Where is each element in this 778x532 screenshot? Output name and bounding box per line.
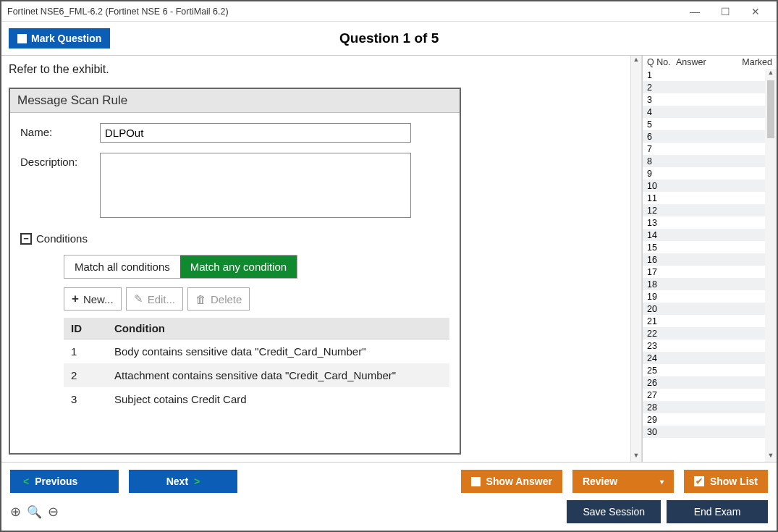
show-answer-button[interactable]: Show Answer — [461, 470, 562, 493]
close-icon[interactable]: ✕ — [740, 2, 771, 21]
delete-button[interactable]: 🗑 Delete — [187, 287, 250, 311]
description-label: Description: — [20, 153, 100, 168]
col-marked: Marked — [736, 57, 772, 67]
list-item[interactable]: 11 — [643, 192, 765, 204]
show-list-button[interactable]: ✔ Show List — [684, 470, 768, 493]
col-condition: Condition — [107, 318, 449, 339]
mark-question-button[interactable]: Mark Question — [9, 28, 110, 48]
scroll-thumb[interactable] — [767, 80, 774, 138]
description-input[interactable] — [100, 153, 411, 218]
cell-condition: Attachment contains sensitive data "Cred… — [107, 363, 449, 387]
list-item[interactable]: 12 — [643, 204, 765, 216]
table-row[interactable]: 1Body contains sensitive data "Credit_Ca… — [64, 339, 449, 364]
cell-id: 3 — [64, 387, 107, 411]
list-item[interactable]: 20 — [643, 303, 765, 315]
header-row: Mark Question Question 1 of 5 — [1, 22, 777, 55]
question-area: Refer to the exhibit. Message Scan Rule … — [1, 56, 630, 462]
scroll-down-icon[interactable]: ▼ — [633, 452, 640, 462]
list-item[interactable]: 13 — [643, 216, 765, 229]
exhibit-panel: Message Scan Rule Name: Description: − C… — [9, 88, 461, 455]
cell-condition: Body contains sensitive data "Credit_Car… — [107, 339, 449, 364]
app-window: Fortinet NSE6_FML-6.2 (Fortinet NSE 6 - … — [0, 0, 778, 532]
name-input[interactable] — [100, 123, 411, 143]
cell-condition: Subject cotains Credit Card — [107, 387, 449, 411]
chevron-right-icon: > — [194, 476, 200, 487]
list-item[interactable]: 17 — [643, 266, 765, 278]
list-item[interactable]: 14 — [643, 229, 765, 241]
exhibit-body: Name: Description: − Conditions Match al… — [10, 113, 460, 411]
name-label: Name: — [20, 123, 100, 138]
list-item[interactable]: 28 — [643, 401, 765, 413]
list-item[interactable]: 23 — [643, 339, 765, 352]
collapse-icon[interactable]: − — [20, 233, 32, 245]
trash-icon: 🗑 — [195, 293, 206, 305]
list-item[interactable]: 2 — [643, 81, 765, 93]
save-session-button[interactable]: Save Session — [567, 500, 661, 523]
tab-match-all[interactable]: Match all conditions — [64, 256, 180, 278]
checkbox-icon — [17, 34, 27, 43]
edit-button[interactable]: ✎ Edit... — [126, 287, 183, 311]
list-item[interactable]: 4 — [643, 106, 765, 118]
maximize-icon[interactable]: ☐ — [710, 2, 740, 21]
end-exam-button[interactable]: End Exam — [667, 500, 768, 523]
list-item[interactable]: 19 — [643, 290, 765, 303]
list-item[interactable]: 18 — [643, 278, 765, 290]
edit-icon: ✎ — [134, 292, 143, 305]
list-item[interactable]: 15 — [643, 241, 765, 253]
scroll-up-icon[interactable]: ▲ — [633, 56, 640, 66]
checkbox-icon — [471, 477, 481, 486]
question-list-header: Q No. Answer Marked — [643, 56, 777, 69]
minimize-icon[interactable]: — — [680, 2, 710, 21]
list-item[interactable]: 22 — [643, 327, 765, 339]
conditions-table: ID Condition 1Body contains sensitive da… — [64, 318, 449, 411]
zoom-in-icon[interactable]: ⊕ — [10, 504, 21, 520]
list-item[interactable]: 21 — [643, 315, 765, 327]
list-item[interactable]: 30 — [643, 426, 765, 438]
question-header: Question 1 of 5 — [110, 30, 668, 46]
tab-match-any[interactable]: Match any condition — [180, 256, 297, 278]
exhibit-title: Message Scan Rule — [10, 89, 460, 113]
list-item[interactable]: 27 — [643, 389, 765, 401]
review-button[interactable]: Review ▾ — [572, 470, 674, 493]
list-item[interactable]: 25 — [643, 364, 765, 376]
list-item[interactable]: 1 — [643, 69, 765, 81]
conditions-label: Conditions — [36, 232, 88, 245]
list-item[interactable]: 5 — [643, 118, 765, 130]
list-item[interactable]: 3 — [643, 93, 765, 106]
list-item[interactable]: 26 — [643, 376, 765, 389]
footer: < Previous Next > Show Answer Review ▾ ✔… — [1, 463, 777, 531]
scroll-up-icon[interactable]: ▲ — [768, 69, 774, 79]
list-item[interactable]: 16 — [643, 253, 765, 266]
list-item[interactable]: 24 — [643, 352, 765, 364]
question-list: 1234567891011121314151617181920212223242… — [643, 69, 765, 462]
scroll-down-icon[interactable]: ▼ — [768, 452, 774, 462]
list-item[interactable]: 6 — [643, 130, 765, 143]
main-area: Refer to the exhibit. Message Scan Rule … — [1, 55, 777, 463]
titlebar: Fortinet NSE6_FML-6.2 (Fortinet NSE 6 - … — [1, 1, 777, 22]
match-tabbar: Match all conditions Match any condition — [64, 255, 297, 279]
table-row[interactable]: 3Subject cotains Credit Card — [64, 387, 449, 411]
previous-button[interactable]: < Previous — [10, 470, 119, 493]
plus-icon: + — [72, 292, 79, 306]
col-answer: Answer — [676, 57, 736, 67]
list-item[interactable]: 8 — [643, 155, 765, 167]
list-item[interactable]: 9 — [643, 167, 765, 180]
next-button[interactable]: Next > — [129, 470, 237, 493]
col-qno: Q No. — [647, 57, 676, 67]
question-scrollbar[interactable]: ▲ ▼ — [630, 56, 642, 462]
zoom-reset-icon[interactable]: 🔍 — [27, 504, 42, 520]
sidebar-scrollbar[interactable]: ▲ ▼ — [765, 69, 777, 462]
list-item[interactable]: 10 — [643, 180, 765, 192]
refer-text: Refer to the exhibit. — [9, 63, 626, 76]
zoom-out-icon[interactable]: ⊖ — [48, 504, 59, 520]
question-list-panel: Q No. Answer Marked 12345678910111213141… — [642, 56, 777, 462]
chevron-down-icon: ▾ — [660, 478, 664, 486]
list-item[interactable]: 29 — [643, 413, 765, 426]
window-title: Fortinet NSE6_FML-6.2 (Fortinet NSE 6 - … — [7, 7, 229, 17]
new-button[interactable]: + New... — [64, 287, 122, 311]
table-row[interactable]: 2Attachment contains sensitive data "Cre… — [64, 363, 449, 387]
chevron-left-icon: < — [23, 476, 29, 487]
cell-id: 1 — [64, 339, 107, 364]
cell-id: 2 — [64, 363, 107, 387]
list-item[interactable]: 7 — [643, 143, 765, 155]
